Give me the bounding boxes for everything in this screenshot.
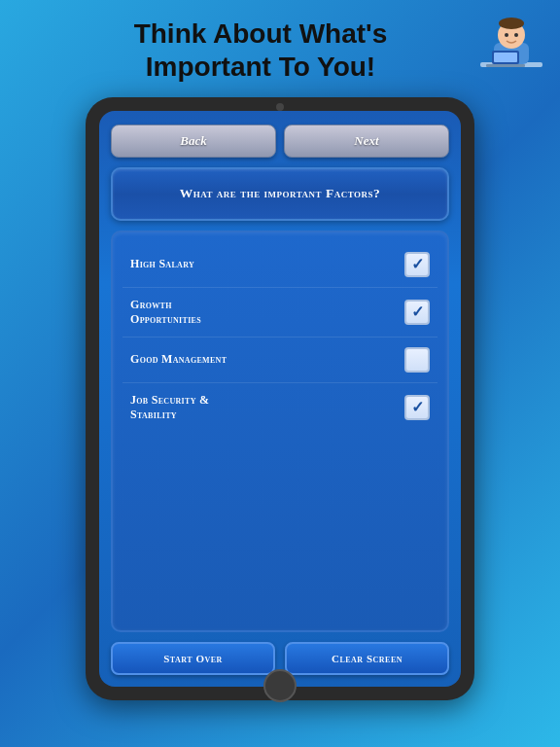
checkbox-1[interactable]	[404, 252, 430, 277]
clear-screen-button[interactable]: Clear Screen	[285, 642, 449, 675]
option-label-4: Job Security &Stability	[130, 393, 397, 422]
option-row-4[interactable]: Job Security &Stability	[122, 383, 438, 432]
character-icon	[472, 8, 550, 86]
option-label-1: High Salary	[130, 257, 397, 271]
question-box: What are the important Factors?	[111, 167, 449, 221]
svg-rect-8	[486, 64, 525, 67]
option-label-2: GrowthOpportunities	[130, 298, 397, 327]
checkbox-4[interactable]	[404, 395, 430, 420]
option-row-3[interactable]: Good Management	[122, 338, 438, 383]
tablet-home-button[interactable]	[263, 669, 297, 702]
start-over-button[interactable]: Start Over	[111, 642, 275, 675]
checkbox-3[interactable]	[404, 347, 430, 373]
options-panel: High Salary GrowthOpportunities Good Man…	[111, 231, 449, 632]
back-button[interactable]: Back	[111, 124, 276, 158]
tablet-camera	[276, 103, 284, 111]
option-row-2[interactable]: GrowthOpportunities	[122, 288, 438, 338]
option-row-1[interactable]: High Salary	[122, 242, 438, 288]
question-text: What are the important Factors?	[124, 185, 436, 203]
nav-bar: Back Next	[111, 124, 449, 158]
tablet-screen: Back Next What are the important Factors…	[99, 111, 461, 687]
next-button[interactable]: Next	[284, 124, 449, 158]
svg-point-3	[499, 18, 524, 29]
svg-rect-7	[494, 53, 517, 62]
tablet-frame: Back Next What are the important Factors…	[86, 97, 474, 700]
svg-point-5	[514, 33, 518, 37]
option-label-3: Good Management	[130, 352, 397, 367]
svg-point-4	[505, 33, 508, 37]
checkbox-2[interactable]	[404, 300, 430, 325]
